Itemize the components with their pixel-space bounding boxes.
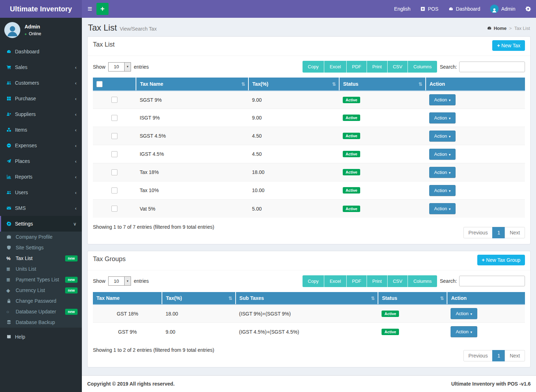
tax-percent-cell: 9.00 <box>248 91 339 109</box>
column-header-tax-name[interactable]: Tax Name⇅ <box>136 78 248 91</box>
submenu-currency-list[interactable]: ◈ Currency List new <box>0 285 82 296</box>
submenu-company-profile[interactable]: Company Profile <box>0 232 82 242</box>
sidebar-item-purchase[interactable]: Purchase ‹ <box>0 91 82 106</box>
print-button[interactable]: Print <box>367 61 388 73</box>
sidebar-item-places[interactable]: Places ‹ <box>0 153 82 169</box>
pagination-next[interactable]: Next <box>505 227 525 238</box>
page-size-select[interactable]: 10 ▼ <box>108 62 131 71</box>
shield-icon <box>6 245 16 250</box>
table-row: Tax 10% 10.00 Active Action▾ <box>93 181 525 200</box>
csv-button[interactable]: CSV <box>388 61 408 73</box>
pagination-previous[interactable]: Previous <box>463 227 493 238</box>
version-text: Ultimate Inventory with POS -v1.6 <box>451 381 531 387</box>
dashboard-link[interactable]: Dashboard <box>448 6 480 12</box>
pos-link[interactable]: POS <box>420 6 438 12</box>
columns-button[interactable]: Columns <box>408 61 437 73</box>
submenu-database-backup[interactable]: Database Backup <box>0 317 82 328</box>
action-dropdown-button[interactable]: Action▾ <box>429 112 456 123</box>
user-menu[interactable]: Admin <box>490 5 515 13</box>
columns-button[interactable]: Columns <box>408 275 437 287</box>
sidebar: Admin ●Online Dashboard Sales ‹ Customer… <box>0 18 82 392</box>
tax-name-cell: IGST 4.5% <box>136 145 248 163</box>
column-header-sub-taxes[interactable]: Sub Taxes⇅ <box>236 292 378 304</box>
column-header-status[interactable]: Status⇅ <box>339 78 426 91</box>
sidebar-item-reports[interactable]: Reports ‹ <box>0 169 82 185</box>
sidebar-item-items[interactable]: Items ‹ <box>0 122 82 138</box>
pagination-previous[interactable]: Previous <box>463 350 493 361</box>
select-all-checkbox[interactable] <box>96 81 103 87</box>
column-header-tax-percent[interactable]: Tax(%)⇅ <box>162 292 235 304</box>
submenu-change-password[interactable]: Change Password <box>0 296 82 306</box>
action-dropdown-button[interactable]: Action▾ <box>429 131 456 142</box>
excel-button[interactable]: Excel <box>324 275 347 287</box>
sidebar-item-help[interactable]: Help <box>0 329 82 345</box>
sidebar-item-expenses[interactable]: Expenses ‹ <box>0 138 82 153</box>
sidebar-item-sms[interactable]: SMS ‹ <box>0 200 82 216</box>
action-dropdown-button[interactable]: Action▾ <box>429 167 456 178</box>
submenu-tax-list[interactable]: % Tax List new <box>0 253 82 264</box>
action-dropdown-button[interactable]: Action▾ <box>451 326 477 337</box>
sidebar-item-sales[interactable]: Sales ‹ <box>0 59 82 75</box>
row-checkbox[interactable] <box>111 169 117 175</box>
sidebar-item-customers[interactable]: Customers ‹ <box>0 75 82 91</box>
row-checkbox[interactable] <box>111 151 117 157</box>
sidebar-item-dashboard[interactable]: Dashboard <box>0 44 82 59</box>
action-dropdown-button[interactable]: Action▾ <box>451 308 477 319</box>
action-dropdown-button[interactable]: Action▾ <box>429 94 456 105</box>
tax-list-table: Tax Name⇅ Tax(%)⇅ Status⇅ Action SGST 9%… <box>93 78 525 218</box>
row-checkbox[interactable] <box>111 206 117 212</box>
percent-icon: % <box>6 256 16 261</box>
pagination-page-1[interactable]: 1 <box>492 227 505 238</box>
tax-percent-cell: 18.00 <box>248 163 339 181</box>
action-dropdown-button[interactable]: Action▾ <box>429 185 456 196</box>
sidebar-item-suppliers[interactable]: Suppliers ‹ <box>0 106 82 122</box>
panel-title: Tax List <box>93 41 115 48</box>
pagination-next[interactable]: Next <box>505 350 525 361</box>
pdf-button[interactable]: PDF <box>347 275 367 287</box>
pdf-button[interactable]: PDF <box>347 61 367 73</box>
action-dropdown-button[interactable]: Action▾ <box>429 203 456 214</box>
sidebar-item-users[interactable]: Users ‹ <box>0 185 82 200</box>
csv-button[interactable]: CSV <box>388 275 408 287</box>
hamburger-icon[interactable]: ≡ <box>87 4 96 14</box>
user-status[interactable]: ●Online <box>25 31 41 36</box>
new-tax-group-button[interactable]: +New Tax Group <box>477 255 525 265</box>
new-tax-button[interactable]: +New Tax <box>492 40 525 51</box>
column-header-tax-percent[interactable]: Tax(%)⇅ <box>248 78 339 91</box>
sidebar-item-settings[interactable]: Settings ∨ <box>0 216 82 232</box>
pagination-page-1[interactable]: 1 <box>492 350 505 361</box>
row-checkbox[interactable] <box>111 115 117 121</box>
row-checkbox[interactable] <box>111 133 117 139</box>
column-header-tax-name[interactable]: Tax Name <box>93 292 162 304</box>
breadcrumb-home[interactable]: Home <box>487 26 506 31</box>
submenu-database-updater[interactable]: ○ Database Updater new <box>0 306 82 317</box>
submenu-units-list[interactable]: ≣ Units List <box>0 264 82 274</box>
page-size-select[interactable]: 10 ▼ <box>108 276 131 286</box>
tax-groups-footer: Showing 1 to 2 of 2 entries (filtered fr… <box>88 341 530 367</box>
cart-icon <box>6 65 15 70</box>
tax-name-cell: SGST 4.5% <box>136 127 248 145</box>
tax-percent-cell: 18.00 <box>162 304 235 323</box>
status-badge: Active <box>382 329 399 335</box>
copy-button[interactable]: Copy <box>303 61 324 73</box>
submenu-payment-types-list[interactable]: ≣ Payment Types List new <box>0 274 82 285</box>
action-dropdown-button[interactable]: Action▾ <box>429 149 456 160</box>
language-menu[interactable]: English <box>394 6 410 12</box>
copyright-text: Copyright © 2019 All rights reserved. <box>87 381 175 387</box>
quick-add-button[interactable]: + <box>96 3 109 15</box>
settings-submenu: Company Profile Site Settings % Tax List… <box>0 232 82 328</box>
submenu-site-settings[interactable]: Site Settings <box>0 242 82 253</box>
excel-button[interactable]: Excel <box>324 61 347 73</box>
print-button[interactable]: Print <box>367 275 388 287</box>
search-input[interactable] <box>459 62 525 72</box>
settings-gears-icon[interactable] <box>525 6 531 12</box>
search-input[interactable] <box>459 276 525 286</box>
bar-chart-icon <box>6 174 15 179</box>
table-row: Tax 18% 18.00 Active Action▾ <box>93 163 525 181</box>
row-checkbox[interactable] <box>111 97 117 103</box>
row-checkbox[interactable] <box>111 187 117 194</box>
page-length-control: Show 10 ▼ entries <box>93 276 149 286</box>
copy-button[interactable]: Copy <box>303 275 324 287</box>
column-header-status[interactable]: Status⇅ <box>378 292 447 304</box>
grid-icon <box>6 96 15 101</box>
